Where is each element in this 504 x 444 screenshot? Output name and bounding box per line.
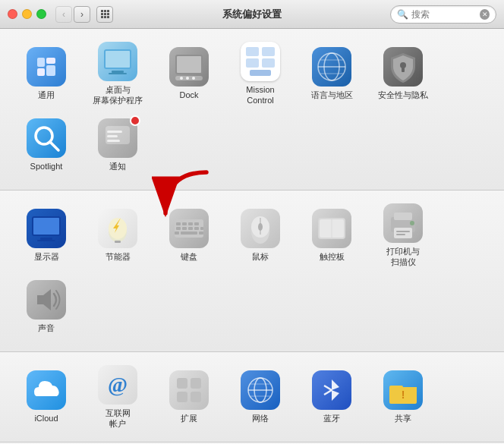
svg-point-12 [186,77,189,80]
sidebar-item-network[interactable]: 网络 [226,363,295,431]
desktop-label: 桌面与屏幕保护程序 [93,84,143,106]
section-personal-grid: 通用 桌面与屏幕保护程序 [12,39,492,179]
svg-rect-34 [40,238,52,240]
svg-rect-29 [107,131,122,133]
section-internet-grid: iCloud @ 互联网帐户 [12,363,492,431]
svg-text:!: ! [402,389,405,401]
svg-point-24 [400,62,406,68]
share-label: 共享 [395,413,411,424]
svg-point-55 [258,223,263,231]
traffic-lights [8,9,46,19]
sidebar-item-mission[interactable]: MissionControl [226,39,295,108]
svg-point-13 [192,77,195,80]
svg-rect-42 [188,222,193,225]
svg-rect-2 [37,68,45,76]
keyboard-icon [169,209,209,248]
svg-rect-1 [46,58,55,64]
svg-rect-40 [176,222,181,225]
svg-rect-63 [396,234,405,235]
trackpad-label: 触控板 [320,251,345,262]
svg-point-11 [180,77,183,80]
sidebar-item-internet-accounts[interactable]: @ 互联网帐户 [83,363,152,431]
printer-icon [383,203,423,243]
sidebar-item-general[interactable]: 通用 [12,39,80,108]
svg-rect-18 [250,70,271,76]
svg-rect-50 [181,231,197,235]
network-label: 网络 [252,413,269,424]
spotlight-label: Spotlight [30,161,63,172]
svg-rect-5 [106,51,130,68]
svg-rect-66 [191,378,201,389]
bluetooth-icon [312,370,351,410]
sidebar-item-language[interactable]: 语言与地区 [298,39,366,108]
svg-rect-48 [200,227,203,230]
sidebar-item-printer[interactable]: 打印机与扫描仪 [369,201,437,269]
share-icon: ! [383,370,423,410]
svg-rect-6 [112,71,124,73]
search-clear-button[interactable]: ✕ [480,9,490,20]
svg-rect-7 [109,73,127,74]
forward-button[interactable]: › [74,6,90,23]
titlebar: ‹ › 系统偏好设置 🔍 ✕ [0,0,504,29]
sidebar-item-mouse[interactable]: 鼠标 [226,201,295,269]
notify-badge [130,115,140,126]
general-label: 通用 [38,90,55,100]
svg-rect-14 [246,47,259,56]
sidebar-item-keyboard[interactable]: 键盘 [155,201,223,269]
svg-rect-0 [37,58,45,67]
spotlight-icon [27,118,66,158]
sidebar-item-notify[interactable]: 通知 [83,111,152,179]
svg-rect-51 [199,231,203,235]
mission-label: MissionControl [246,84,274,106]
svg-rect-47 [194,227,199,230]
svg-rect-33 [33,218,59,235]
sidebar-item-dock[interactable]: Dock [155,39,223,108]
security-label: 安全性与隐私 [378,90,428,100]
extension-icon [169,370,209,410]
svg-rect-15 [262,47,275,56]
svg-rect-30 [107,135,118,137]
search-box[interactable]: 🔍 ✕ [390,5,496,24]
sidebar-item-display[interactable]: 显示器 [12,201,80,269]
sidebar-item-spotlight[interactable]: Spotlight [12,111,80,179]
sidebar-item-share[interactable]: ! 共享 [369,363,437,431]
svg-rect-68 [191,392,201,402]
desktop-icon [98,42,137,81]
section-hardware: 显示器 节能器 [0,191,504,352]
sidebar-item-desktop[interactable]: 桌面与屏幕保护程序 [83,39,152,108]
network-icon [241,370,280,410]
sidebar-item-sound[interactable]: 声音 [12,272,80,341]
window-title: 系统偏好设置 [222,8,282,21]
section-hardware-grid: 显示器 节能器 [12,201,492,341]
svg-rect-35 [37,240,55,241]
mission-icon [241,42,280,81]
svg-rect-65 [177,378,187,389]
svg-line-27 [50,142,58,150]
sidebar-item-security[interactable]: 安全性与隐私 [369,39,437,108]
svg-rect-62 [396,231,410,232]
svg-rect-49 [175,231,179,235]
sidebar-item-extension[interactable]: 扩展 [155,363,223,431]
keyboard-label: 键盘 [181,251,197,262]
section-internet: iCloud @ 互联网帐户 [0,352,504,442]
display-icon [27,209,66,248]
sidebar-item-trackpad[interactable]: 触控板 [298,201,366,269]
search-input[interactable] [411,9,480,20]
security-icon [383,47,423,87]
svg-rect-61 [394,228,412,238]
svg-rect-44 [176,227,181,230]
grid-button[interactable] [96,6,113,23]
maximize-button[interactable] [36,9,46,19]
sidebar-item-icloud[interactable]: iCloud [12,363,80,431]
sidebar-item-energy[interactable]: 节能器 [83,201,152,269]
close-button[interactable] [8,9,17,19]
svg-point-37 [109,218,127,239]
svg-rect-46 [188,227,193,230]
dock-label: Dock [179,90,198,100]
svg-rect-45 [182,227,187,230]
sidebar-item-bluetooth[interactable]: 蓝牙 [298,363,366,431]
minimize-button[interactable] [22,9,32,19]
back-button[interactable]: ‹ [55,6,72,23]
general-icon [27,47,66,87]
bluetooth-label: 蓝牙 [323,413,340,424]
